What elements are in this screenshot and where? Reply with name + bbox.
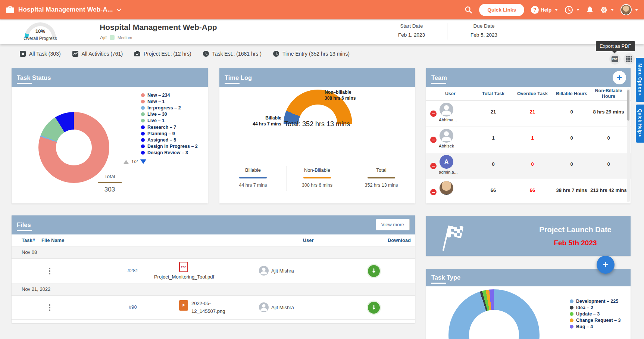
- download-icon: [371, 305, 377, 311]
- col-total-task: Total Task: [475, 91, 512, 97]
- start-date-block: Start Date Feb 1, 2023: [384, 23, 440, 38]
- total-task-value: 66: [475, 179, 512, 203]
- member-name[interactable]: Abhima...: [439, 118, 457, 122]
- add-fab-button[interactable]: +: [597, 256, 615, 274]
- due-date-value: Feb 5, 2023: [456, 32, 512, 38]
- file-name[interactable]: Project_Monitoring_Tool.pdf: [151, 274, 217, 280]
- due-date-block: Due Date Feb 5, 2023: [456, 23, 512, 38]
- view-more-button[interactable]: View more: [376, 219, 410, 230]
- files-header: Files View more: [12, 215, 415, 234]
- remove-member-icon[interactable]: [430, 137, 437, 143]
- legend-item: Live – 30: [141, 111, 198, 118]
- avatar: A: [440, 155, 453, 169]
- file-name[interactable]: 2022-05-12_145507.png: [191, 300, 232, 315]
- divider: [98, 182, 122, 183]
- scrollbar[interactable]: [627, 88, 630, 202]
- image-file-icon: P: [179, 300, 188, 311]
- task-estimate-button[interactable]: Task Est.: (1681 hrs ): [203, 50, 262, 57]
- kebab-menu-icon[interactable]: [49, 268, 50, 274]
- triangle-icon: ▼: [638, 93, 642, 96]
- search-icon[interactable]: [464, 6, 472, 14]
- team-row: 66 66 38 hrs 7 mins 213 hrs 42 mins: [426, 179, 631, 203]
- project-estimate-button[interactable]: Project Est.: (12 hrs): [134, 50, 191, 57]
- pager-up-icon[interactable]: [124, 160, 129, 164]
- download-button[interactable]: [368, 302, 380, 314]
- settings-menu[interactable]: ⚙: [600, 6, 614, 14]
- overall-progress-label: Overall Progress: [19, 36, 61, 41]
- team-row: Abhisek 1 1 0 0: [426, 127, 631, 153]
- caret-down-icon: [576, 9, 579, 11]
- team-card: Team + User Total Task Overdue Task Bill…: [426, 68, 631, 203]
- task-status-donut[interactable]: [38, 112, 109, 183]
- recent-activity-menu[interactable]: [565, 6, 579, 14]
- plus-icon: +: [603, 259, 609, 271]
- chevron-down-icon[interactable]: [116, 7, 121, 12]
- quick-links-button[interactable]: Quick Links: [479, 4, 524, 16]
- overall-progress-percent: 10%: [25, 28, 56, 34]
- task-type-legend: Development – 225 Idea – 2 Update – 3 Ch…: [570, 298, 620, 330]
- pager-page: 1/2: [131, 159, 138, 164]
- menu-option-tab[interactable]: Menu Option▼: [636, 58, 644, 102]
- activity-icon: [72, 50, 79, 57]
- non-billable-hours-value: 0: [590, 127, 627, 153]
- team-row: A admin.a... 0 0 0 0: [426, 153, 631, 179]
- file-row: #90 P 2022-05-12_145507.png Ajit Mishra: [12, 296, 415, 320]
- download-button[interactable]: [368, 265, 380, 277]
- app-title[interactable]: Hospital Management Web-A...: [18, 6, 113, 13]
- files-title: Files: [17, 221, 31, 228]
- billable-hours-value: 0: [553, 101, 590, 127]
- task-link[interactable]: #90: [114, 304, 151, 310]
- files-date-group: Nov 21, 2022: [12, 283, 415, 296]
- topbar: Hospital Management Web-A... Quick Links…: [0, 0, 644, 19]
- help-icon: ?: [531, 6, 539, 14]
- grid-icon: [626, 56, 632, 62]
- all-activities-button[interactable]: All Activities (761): [72, 50, 123, 57]
- files-card: Files View more Task# File Name User Dow…: [12, 215, 415, 323]
- time-entry-button[interactable]: Time Entry (352 hrs 13 mins): [273, 50, 350, 57]
- help-menu[interactable]: ? Help: [531, 6, 558, 14]
- task-status-total-label: Total: [12, 174, 208, 179]
- clock-icon: [203, 50, 209, 57]
- team-table-header: User Total Task Overdue Task Billable Ho…: [426, 87, 631, 101]
- notifications-bell-icon[interactable]: [586, 6, 594, 14]
- pager-down-icon[interactable]: [140, 159, 146, 164]
- checkered-flag-icon: [440, 221, 466, 252]
- launch-date-card: Project Launch Date Feb 5th 2023: [426, 216, 631, 256]
- task-link[interactable]: #281: [114, 268, 151, 273]
- kebab-menu-icon[interactable]: [49, 304, 50, 311]
- download-icon: [371, 268, 377, 274]
- task-status-header: Task Status: [12, 68, 208, 87]
- member-name[interactable]: Abhisek: [439, 144, 454, 148]
- caret-down-icon: [611, 9, 614, 11]
- member-name[interactable]: admin.a...: [439, 170, 458, 174]
- remove-member-icon[interactable]: [430, 163, 437, 169]
- team-title: Team: [431, 74, 447, 81]
- divider: [447, 23, 447, 40]
- user-avatar: [620, 4, 632, 15]
- divider: [351, 166, 351, 191]
- user-menu[interactable]: [620, 4, 638, 15]
- clock-icon: [565, 6, 573, 14]
- legend-item: Update – 3: [570, 311, 620, 317]
- task-status-total-value: 303: [12, 186, 208, 193]
- add-member-button[interactable]: +: [613, 71, 626, 84]
- task-type-donut[interactable]: [448, 289, 540, 339]
- scrollbar-thumb[interactable]: [627, 90, 629, 121]
- launch-date-title: Project Launch Date: [493, 226, 644, 234]
- quick-help-tab[interactable]: Quick Help▼: [636, 105, 644, 143]
- due-date-label: Due Date: [456, 23, 512, 29]
- remove-member-icon[interactable]: [430, 111, 437, 117]
- remove-member-icon[interactable]: [430, 189, 437, 195]
- briefcase-icon: [6, 6, 14, 13]
- file-row: #281 PDF Project_Monitoring_Tool.pdf Aji…: [12, 259, 415, 283]
- avatar: [259, 302, 269, 312]
- widget-grid-button[interactable]: [623, 53, 635, 65]
- all-task-button[interactable]: All Task (303): [19, 50, 61, 57]
- task-type-card: Task Type Development – 225 Idea – 2 Upd…: [426, 269, 631, 339]
- time-log-title: Time Log: [225, 74, 252, 81]
- billable-hours-value: 0: [553, 153, 590, 179]
- col-task-number: Task#: [22, 237, 35, 243]
- legend-item: Idea – 2: [570, 304, 620, 311]
- non-billable-hours-value: 8 hrs 29 mins: [590, 101, 627, 127]
- task-icon: [19, 50, 26, 57]
